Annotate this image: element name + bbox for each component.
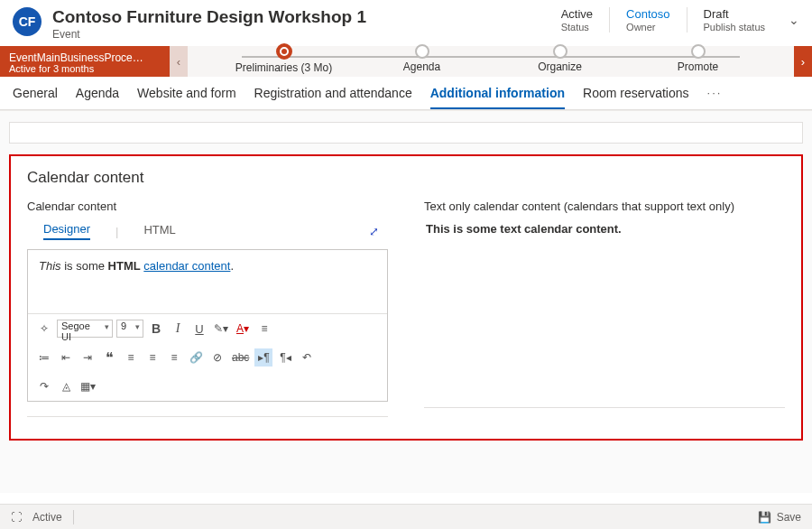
- content-bold: HTML: [108, 259, 141, 273]
- meta-separator: [609, 7, 610, 32]
- editor-canvas[interactable]: This is some HTML calendar content.: [28, 250, 387, 313]
- footer-separator: [73, 510, 74, 524]
- meta-status-value: Active: [561, 7, 593, 21]
- header-meta: Active Status Contoso Owner Draft Publis…: [561, 7, 799, 32]
- bullet-list-button[interactable]: ≡: [255, 320, 273, 338]
- align-center-button[interactable]: ≡: [143, 348, 161, 367]
- stage-agenda[interactable]: Agenda: [353, 51, 491, 73]
- meta-status-label: Status: [561, 22, 593, 32]
- field-divider: [27, 416, 388, 417]
- strikethrough-button[interactable]: abc: [230, 348, 251, 367]
- stage-preliminaries[interactable]: Preliminaries (3 Mo): [215, 50, 353, 74]
- process-name[interactable]: EventMainBusinessProce… Active for 3 mon…: [0, 46, 170, 77]
- meta-status: Active Status: [561, 7, 593, 32]
- meta-separator: [687, 7, 687, 32]
- save-button[interactable]: 💾 Save: [758, 511, 801, 524]
- link-button[interactable]: 🔗: [187, 348, 205, 367]
- content-link[interactable]: calendar content: [143, 259, 230, 273]
- tab-room-reservations[interactable]: Room reservations: [583, 86, 689, 109]
- stage-dot-icon: [276, 43, 292, 60]
- stage-promote[interactable]: Promote: [629, 51, 767, 73]
- text-content-column: Text only calendar content (calendars th…: [424, 200, 785, 417]
- meta-publish: Draft Publish status: [704, 7, 765, 32]
- business-process-flow: EventMainBusinessProce… Active for 3 mon…: [0, 46, 812, 77]
- process-stages: Preliminaries (3 Mo) Agenda Organize Pro…: [188, 46, 794, 77]
- record-header: CF Contoso Furniture Design Workshop 1 E…: [0, 0, 812, 46]
- content-text: is some: [61, 259, 108, 273]
- tab-website-form[interactable]: Website and form: [137, 86, 235, 109]
- meta-publish-label: Publish status: [704, 22, 765, 32]
- meta-owner[interactable]: Contoso Owner: [626, 7, 669, 32]
- field-label-text-only: Text only calendar content (calendars th…: [424, 200, 785, 213]
- meta-owner-value[interactable]: Contoso: [626, 7, 669, 21]
- fullscreen-icon[interactable]: ⛶: [11, 511, 22, 524]
- font-family-select[interactable]: Segoe UI: [57, 320, 113, 338]
- page-title: Contoso Furniture Design Workshop 1: [52, 7, 561, 27]
- meta-publish-value: Draft: [704, 7, 765, 21]
- stage-dot-icon: [691, 44, 706, 59]
- html-content-column: Calendar content Designer | HTML ⤢ This …: [27, 200, 388, 417]
- numbered-list-button[interactable]: ≔: [35, 348, 53, 367]
- indent-button[interactable]: ⇥: [78, 348, 97, 367]
- tab-registration[interactable]: Registration and attendance: [254, 86, 412, 109]
- align-left-button[interactable]: ≡: [122, 348, 140, 367]
- tab-general[interactable]: General: [13, 86, 58, 109]
- process-duration: Active for 3 months: [9, 63, 161, 74]
- previous-section-edge: [9, 122, 803, 144]
- process-next-button[interactable]: ›: [794, 46, 812, 77]
- tab-additional-information[interactable]: Additional information: [430, 86, 565, 109]
- stage-dot-icon: [553, 44, 567, 59]
- stage-organize[interactable]: Organize: [491, 51, 629, 73]
- editor-tab-designer[interactable]: Designer: [43, 222, 90, 240]
- expand-icon[interactable]: ⤢: [369, 225, 379, 238]
- unlink-button[interactable]: ⊘: [208, 348, 226, 367]
- undo-button[interactable]: ↶: [298, 348, 316, 367]
- form-tabs: General Agenda Website and form Registra…: [0, 77, 812, 110]
- editor-mode-tabs: Designer | HTML ⤢: [43, 222, 388, 240]
- font-color-button[interactable]: A▾: [234, 320, 252, 338]
- calendar-content-section: Calendar content Calendar content Design…: [9, 154, 803, 441]
- editor-tab-separator: |: [115, 225, 118, 238]
- process-prev-button[interactable]: ‹: [170, 46, 188, 77]
- process-name-text: EventMainBusinessProce…: [9, 51, 161, 64]
- section-title: Calendar content: [27, 169, 785, 187]
- title-block: Contoso Furniture Design Workshop 1 Even…: [52, 7, 561, 41]
- italic-button[interactable]: I: [169, 320, 187, 338]
- stage-label: Organize: [538, 60, 582, 73]
- editor-toolbar: ✧ Segoe UI 9 B I U ✎▾ A▾ ≡ ≔ ⇤ ⇥ ❝: [28, 313, 387, 401]
- text-only-value[interactable]: This is some text calendar content.: [424, 222, 785, 236]
- status-bar: ⛶ Active 💾 Save: [0, 504, 812, 529]
- redo-button[interactable]: ↷: [35, 377, 53, 395]
- font-size-select[interactable]: 9: [116, 320, 143, 338]
- chevron-down-icon[interactable]: ⌄: [789, 7, 799, 27]
- underline-button[interactable]: U: [190, 320, 208, 338]
- stage-label: Promote: [678, 60, 718, 73]
- outdent-button[interactable]: ⇤: [57, 348, 75, 367]
- highlight-button[interactable]: ✎▾: [212, 320, 230, 338]
- table-button[interactable]: ▦▾: [78, 377, 97, 395]
- rich-text-editor: This is some HTML calendar content. ✧ Se…: [27, 249, 388, 402]
- stage-label: Preliminaries (3 Mo): [235, 61, 332, 74]
- form-content[interactable]: Calendar content Calendar content Design…: [0, 110, 812, 493]
- avatar: CF: [13, 7, 42, 36]
- content-text: .: [230, 259, 234, 273]
- format-painter-icon[interactable]: ✧: [35, 320, 53, 338]
- blockquote-button[interactable]: ❝: [100, 348, 118, 367]
- stage-dot-icon: [415, 44, 429, 59]
- footer-status: Active: [32, 511, 62, 524]
- save-label: Save: [777, 511, 801, 524]
- entity-label: Event: [52, 28, 561, 41]
- align-right-button[interactable]: ≡: [165, 348, 183, 367]
- tab-overflow-button[interactable]: ···: [707, 86, 723, 109]
- field-divider: [424, 407, 785, 408]
- clear-format-button[interactable]: ◬: [57, 377, 75, 395]
- ltr-button[interactable]: ▸¶: [254, 348, 272, 367]
- stage-label: Agenda: [403, 60, 440, 73]
- bold-button[interactable]: B: [147, 320, 165, 338]
- content-italic: This: [39, 259, 61, 273]
- editor-tab-html[interactable]: HTML: [143, 223, 175, 239]
- tab-agenda[interactable]: Agenda: [76, 86, 119, 109]
- field-label-calendar-content: Calendar content: [27, 200, 388, 213]
- save-icon: 💾: [758, 511, 771, 524]
- rtl-button[interactable]: ¶◂: [276, 348, 294, 367]
